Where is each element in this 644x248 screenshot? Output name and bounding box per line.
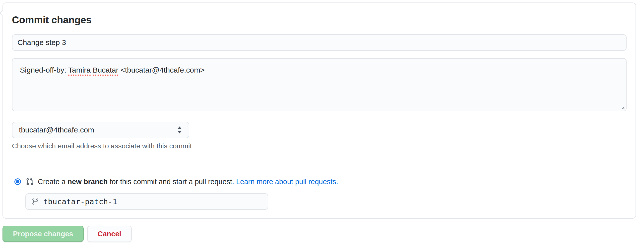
git-pull-request-icon bbox=[26, 178, 34, 186]
radio-dot bbox=[16, 180, 20, 183]
buttons-row: Propose changes Cancel bbox=[2, 226, 132, 242]
email-select[interactable]: tbucatar@4thcafe.com bbox=[12, 122, 189, 138]
misspelled-word-first: Tamira bbox=[68, 66, 91, 74]
label-bold-text: new branch bbox=[68, 178, 108, 186]
branch-name-text: tbucatar-patch-1 bbox=[43, 197, 117, 206]
commit-title-input[interactable] bbox=[12, 34, 626, 51]
email-help-text: Choose which email address to associate … bbox=[12, 142, 626, 150]
cancel-button[interactable]: Cancel bbox=[87, 226, 132, 242]
label-text-before: Create a bbox=[38, 178, 68, 186]
propose-changes-button[interactable]: Propose changes bbox=[2, 226, 84, 242]
description-text: Signed-off-by: Tamira Bucatar <tbucatar@… bbox=[20, 65, 618, 76]
git-branch-icon bbox=[32, 198, 39, 205]
resize-grip-icon[interactable] bbox=[620, 104, 625, 110]
branch-option-row: Create a new branch for this commit and … bbox=[12, 177, 626, 186]
branch-option-label[interactable]: Create a new branch for this commit and … bbox=[38, 178, 338, 186]
learn-more-link[interactable]: Learn more about pull requests. bbox=[236, 178, 338, 186]
select-caret-icon bbox=[177, 126, 182, 133]
commit-form-panel: Commit changes Signed-off-by: Tamira Buc… bbox=[2, 2, 636, 219]
email-select-value: tbucatar@4thcafe.com bbox=[19, 126, 94, 134]
description-prefix: Signed-off-by: bbox=[20, 66, 68, 74]
misspelled-word-last: Bucatar bbox=[93, 66, 118, 74]
branch-name-input[interactable]: tbucatar-patch-1 bbox=[26, 193, 268, 210]
new-branch-radio[interactable] bbox=[14, 178, 21, 185]
page-title: Commit changes bbox=[12, 13, 626, 26]
commit-description-textarea[interactable]: Signed-off-by: Tamira Bucatar <tbucatar@… bbox=[12, 58, 626, 111]
commit-page: Commit changes Signed-off-by: Tamira Buc… bbox=[0, 0, 644, 248]
panel-caret-icon-inner bbox=[0, 9, 4, 17]
description-suffix: <tbucatar@4thcafe.com> bbox=[118, 66, 205, 74]
label-text-after: for this commit and start a pull request… bbox=[108, 178, 236, 186]
